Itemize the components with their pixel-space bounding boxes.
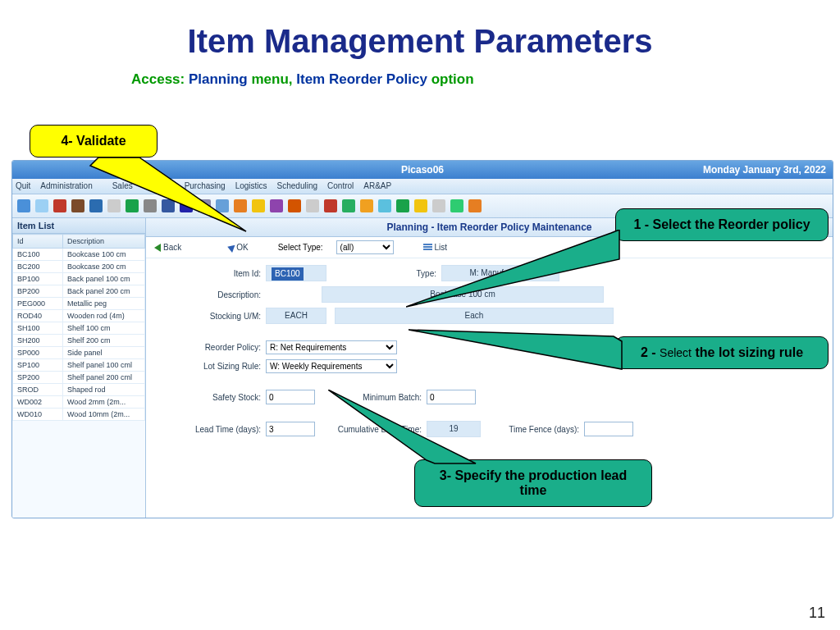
lot-label: Lot Sizing Rule: <box>162 362 266 371</box>
type-value: M: Manufactured <box>441 265 559 281</box>
toolbar-icon-0[interactable] <box>17 199 30 212</box>
menu-sales[interactable]: Sales <box>112 181 133 190</box>
toolbar-icon-22[interactable] <box>414 199 427 212</box>
menu-bar: QuitAdministrationSalesPlanningPurchasin… <box>12 179 833 194</box>
access-line: Access: Planning menu, Item Reorder Poli… <box>0 66 840 96</box>
uom-label: Stocking U/M: <box>162 312 266 321</box>
app-date: Monday January 3rd, 2022 <box>703 161 826 179</box>
check-icon <box>226 242 235 252</box>
toolbar-icon-14[interactable] <box>270 199 283 212</box>
reorder-label: Reorder Policy: <box>162 343 266 352</box>
table-row[interactable]: BC100Bookcase 100 cm <box>13 249 145 261</box>
col-desc[interactable]: Description <box>63 235 145 249</box>
item-id-label: Item Id: <box>162 269 266 278</box>
description-value: Bookcase 100 cm <box>322 286 604 303</box>
table-row[interactable]: BC200Bookcase 200 cm <box>13 261 145 273</box>
arrow-left-icon <box>154 244 161 252</box>
toolbar-icon-25[interactable] <box>468 199 482 212</box>
toolbar-icon-8[interactable] <box>162 199 175 212</box>
toolbar-icon-1[interactable] <box>35 199 48 212</box>
toolbar-icon-3[interactable] <box>71 199 84 212</box>
toolbar-icon-11[interactable] <box>216 199 229 212</box>
toolbar-icon-17[interactable] <box>324 199 337 212</box>
toolbar-icon-5[interactable] <box>107 199 121 212</box>
toolbar-icon-20[interactable] <box>378 199 391 212</box>
toolbar-icon-2[interactable] <box>53 199 66 212</box>
menu-scheduling[interactable]: Scheduling <box>277 181 317 190</box>
type-label: Type: <box>354 269 441 278</box>
table-row[interactable]: ROD40Wooden rod (4m) <box>13 310 145 322</box>
lot-select[interactable]: W: Weekly Requirements <box>266 359 397 373</box>
table-row[interactable]: SH200Shelf 200 cm <box>13 335 145 347</box>
minbatch-label: Minimum Batch: <box>315 393 427 402</box>
item-list-panel: Item List Id Description BC100Bookcase 1… <box>12 218 146 518</box>
list-button[interactable]: List <box>423 243 448 252</box>
table-row[interactable]: BP200Back panel 200 cm <box>13 285 145 298</box>
toolbar-icon-18[interactable] <box>342 199 355 212</box>
toolbar-icon-16[interactable] <box>306 199 319 212</box>
toolbar-icon-10[interactable] <box>198 199 211 212</box>
back-button[interactable]: Back <box>154 243 181 252</box>
lead-label: Lead Time (days): <box>162 425 266 434</box>
page-number: 11 <box>809 605 825 622</box>
toolbar-icon-21[interactable] <box>396 199 409 212</box>
menu-logistics[interactable]: Logistics <box>235 181 267 190</box>
uom-value: EACH <box>266 308 326 324</box>
app-titlebar: Picaso06 Monday January 3rd, 2022 <box>12 161 833 179</box>
menu-ar&ap[interactable]: AR&AP <box>363 181 391 190</box>
slide-title: Item Management Parameters <box>0 0 840 66</box>
table-row[interactable]: WD002Wood 2mm (2m... <box>13 396 145 409</box>
cumlead-label: Cumulative Lead Time: <box>315 425 427 434</box>
reorder-select[interactable]: R: Net Requirements <box>266 340 397 354</box>
table-row[interactable]: BP100Back panel 100 cm <box>13 273 145 285</box>
table-row[interactable]: PEG000Metallic peg <box>13 298 145 310</box>
menu-planning[interactable]: Planning <box>143 181 175 190</box>
menu-purchasing[interactable]: Purchasing <box>185 181 226 190</box>
safety-input[interactable] <box>266 390 315 404</box>
toolbar-icon-4[interactable] <box>89 199 103 212</box>
item-list-header: Item List <box>12 218 145 234</box>
fence-label: Time Fence (days): <box>481 425 584 434</box>
callout-4: 4- Validate <box>30 125 158 158</box>
table-row[interactable]: SP000Side panel <box>13 347 145 359</box>
toolbar-icon-19[interactable] <box>360 199 373 212</box>
lead-input[interactable] <box>266 422 315 436</box>
table-row[interactable]: SRODShaped rod <box>13 384 145 396</box>
menu-quit[interactable]: Quit <box>16 181 30 190</box>
table-row[interactable]: WD010Wood 10mm (2m... <box>13 409 145 421</box>
menu-administration[interactable]: Administration <box>40 181 92 190</box>
toolbar-icon-24[interactable] <box>450 199 463 212</box>
list-icon <box>423 244 432 251</box>
col-id[interactable]: Id <box>13 235 63 249</box>
description-label: Description: <box>162 290 266 299</box>
toolbar-icon-6[interactable] <box>126 199 139 212</box>
toolbar-icon-7[interactable] <box>144 199 157 212</box>
callout-3: 3- Specify the production lead time <box>414 459 652 507</box>
callout-1: 1 - Select the Reorder policy <box>615 208 829 241</box>
table-row[interactable]: SP100Shelf panel 100 cml <box>13 359 145 372</box>
table-row[interactable]: SP200Shelf panel 200 cml <box>13 372 145 384</box>
select-type-label: Select Type: <box>278 243 323 252</box>
toolbar-icon-15[interactable] <box>288 199 301 212</box>
item-id-value[interactable]: BC100 <box>272 267 304 281</box>
fence-input[interactable] <box>584 422 633 436</box>
toolbar-icon-12[interactable] <box>234 199 247 212</box>
cumlead-value: 19 <box>427 421 481 437</box>
toolbar-icon-9[interactable] <box>180 199 193 212</box>
safety-label: Safety Stock: <box>162 393 266 402</box>
callout-2: 2 - Select the lot sizing rule <box>615 336 829 369</box>
item-table: Id Description BC100Bookcase 100 cmBC200… <box>12 234 145 421</box>
select-type-dropdown[interactable]: (all) <box>336 240 394 254</box>
toolbar-icon-13[interactable] <box>252 199 265 212</box>
toolbar-icon-23[interactable] <box>432 199 445 212</box>
table-row[interactable]: SH100Shelf 100 cm <box>13 322 145 335</box>
minbatch-input[interactable] <box>427 390 476 404</box>
menu-control[interactable]: Control <box>327 181 354 190</box>
ok-button[interactable]: OK <box>227 243 248 252</box>
uom-value2: Each <box>335 308 614 324</box>
